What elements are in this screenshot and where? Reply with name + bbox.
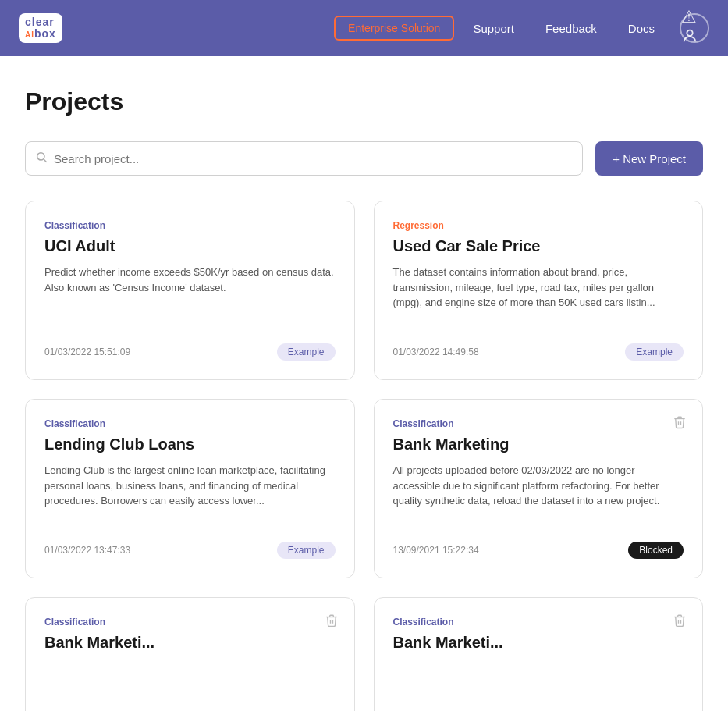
svg-point-1 xyxy=(37,153,44,160)
project-date: 01/03/2022 14:49:58 xyxy=(393,347,479,357)
project-date: 01/03/2022 15:51:09 xyxy=(44,347,130,357)
project-type: Classification xyxy=(393,418,684,429)
project-footer: 01/03/2022 15:51:09 Example xyxy=(44,343,336,361)
project-desc: All projects uploaded before 02/03/2022 … xyxy=(393,463,684,526)
project-card[interactable]: Classification Lending Club Loans Lendin… xyxy=(25,399,355,578)
project-badge: Blocked xyxy=(628,542,684,559)
project-card[interactable]: Classification UCI Adult Predict whether… xyxy=(25,201,355,380)
project-footer: 01/03/2022 13:47:33 Example xyxy=(44,542,336,559)
logo[interactable]: clear AIbox xyxy=(19,13,62,44)
delete-icon[interactable] xyxy=(325,613,339,631)
project-type: Regression xyxy=(393,220,684,231)
logo-text-top: clear xyxy=(25,16,56,28)
project-name: Bank Marketi... xyxy=(44,634,336,652)
projects-grid: Classification UCI Adult Predict whether… xyxy=(25,201,703,711)
nav-links: Enterprise Solution Support Feedback Doc… xyxy=(334,13,709,43)
project-footer: 13/09/2021 15:22:34 Blocked xyxy=(393,542,684,559)
project-type: Classification xyxy=(44,617,336,627)
feedback-link[interactable]: Feedback xyxy=(533,16,609,41)
project-card[interactable]: Classification Bank Marketing All projec… xyxy=(374,399,704,578)
project-name: Bank Marketi... xyxy=(393,634,684,652)
project-desc: Predict whether income exceeds $50K/yr b… xyxy=(44,265,336,328)
project-desc xyxy=(393,661,684,711)
search-input[interactable] xyxy=(54,152,573,165)
project-name: Bank Marketing xyxy=(393,435,684,453)
svg-line-2 xyxy=(44,159,47,162)
project-type: Classification xyxy=(393,617,684,627)
project-name: Lending Club Loans xyxy=(44,435,336,453)
main-content: Projects + New Project Classification UC… xyxy=(0,56,728,711)
project-card[interactable]: Regression Used Car Sale Price The datas… xyxy=(374,201,704,380)
header: clear AIbox Enterprise Solution Support … xyxy=(0,0,728,56)
project-badge: Example xyxy=(625,343,684,361)
search-bar-row: + New Project xyxy=(25,141,703,176)
docs-link[interactable]: Docs xyxy=(616,16,667,41)
delete-icon[interactable] xyxy=(673,613,687,631)
project-card[interactable]: Classification Bank Marketi... xyxy=(374,597,704,711)
search-icon xyxy=(35,151,48,166)
project-card[interactable]: Classification Bank Marketi... xyxy=(25,597,355,711)
user-avatar[interactable]: ⚠ xyxy=(680,13,709,43)
search-wrapper xyxy=(25,141,583,176)
avatar-icon: ⚠ xyxy=(681,7,708,49)
project-badge: Example xyxy=(277,542,336,559)
project-name: UCI Adult xyxy=(44,237,336,255)
project-desc: Lending Club is the largest online loan … xyxy=(44,463,336,526)
delete-icon[interactable] xyxy=(673,415,687,433)
project-desc: The dataset contains information about b… xyxy=(393,265,684,328)
enterprise-button[interactable]: Enterprise Solution xyxy=(334,16,454,41)
svg-point-0 xyxy=(687,30,692,36)
project-badge: Example xyxy=(277,343,336,361)
project-type: Classification xyxy=(44,418,336,429)
project-name: Used Car Sale Price xyxy=(393,237,684,255)
project-date: 13/09/2021 15:22:34 xyxy=(393,545,479,556)
logo-text-bottom: AIbox xyxy=(25,28,56,40)
project-type: Classification xyxy=(44,220,336,231)
new-project-button[interactable]: + New Project xyxy=(595,141,703,176)
project-date: 01/03/2022 13:47:33 xyxy=(44,545,130,556)
logo-box: clear AIbox xyxy=(19,13,62,44)
project-footer: 01/03/2022 14:49:58 Example xyxy=(393,343,684,361)
page-title: Projects xyxy=(25,87,703,116)
project-desc xyxy=(44,661,336,711)
support-link[interactable]: Support xyxy=(460,16,527,41)
